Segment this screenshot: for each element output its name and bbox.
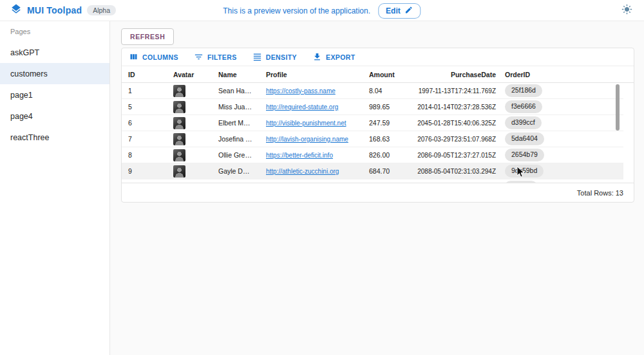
cell-order-id: f3e6666 (502, 100, 623, 113)
view-columns-icon (129, 52, 138, 62)
cell-profile: http://required-statute.org (260, 104, 363, 111)
profile-link[interactable]: http://athletic-zucchini.org (266, 168, 339, 175)
cell-order-id: 9dc59bd (502, 165, 623, 178)
preview-banner: This is a preview version of the applica… (223, 0, 421, 21)
cell-avatar (167, 117, 212, 129)
cell-avatar (167, 165, 212, 178)
cell-order-id: 25f186d (502, 84, 623, 97)
table-row[interactable]: 8Ollie Green...https://better-deficit.in… (122, 147, 623, 163)
partial-next-row (122, 179, 634, 183)
partial-chip (504, 181, 538, 183)
order-id-chip[interactable]: 9dc59bd (505, 165, 544, 178)
cell-order-id: d399ccf (502, 116, 623, 129)
cell-purchase-date: 2086-09-05T12:37:27.015Z (411, 152, 502, 159)
column-header-avatar[interactable]: Avatar (167, 71, 212, 78)
toolbar-export-button[interactable]: EXPORT (310, 51, 358, 63)
avatar-photo-icon (173, 133, 185, 145)
column-header-profile[interactable]: Profile (260, 71, 363, 78)
cell-amount: 8.04 (363, 87, 411, 95)
sidebar-item-page4[interactable]: page4 (0, 105, 109, 127)
column-header-id[interactable]: ID (122, 71, 167, 78)
sidebar-header: Pages (0, 21, 109, 35)
cell-purchase-date: 2076-03-29T23:51:07.968Z (411, 136, 502, 143)
toolbar-filters-button[interactable]: FILTERS (191, 51, 240, 63)
layers-icon (10, 3, 22, 17)
cell-profile: https://costly-pass.name (260, 87, 363, 95)
cell-amount: 247.59 (363, 119, 411, 127)
cell-id: 9 (122, 167, 167, 175)
toolbar-button-label: COLUMNS (142, 53, 178, 61)
cell-id: 7 (122, 135, 167, 143)
sidebar-item-askGPT[interactable]: askGPT (0, 42, 109, 63)
toolbar-density-button[interactable]: DENSITY (250, 51, 299, 63)
filter-list-icon (194, 52, 204, 62)
alpha-badge: Alpha (87, 5, 116, 16)
cell-name: Josefina P... (212, 135, 260, 143)
profile-link[interactable]: http://lavish-organising.name (266, 136, 348, 143)
avatar-photo-icon (173, 149, 185, 161)
brand: MUI Toolpad Alpha (10, 3, 116, 17)
column-header-name[interactable]: Name (212, 71, 260, 78)
cell-name: Gayle Den... (212, 167, 260, 175)
profile-link[interactable]: https://better-deficit.info (266, 152, 333, 159)
cell-id: 5 (122, 103, 167, 111)
grid-rows: 1Sean Harrishttps://costly-pass.name8.04… (122, 83, 634, 179)
cell-amount: 684.70 (363, 167, 411, 175)
cell-name: Miss Juan ... (212, 103, 260, 111)
cell-purchase-date: 1997-11-13T17:24:11.769Z (411, 87, 502, 95)
vertical-scrollbar[interactable] (616, 84, 620, 131)
cell-order-id: 2654b79 (502, 149, 623, 161)
toolbar-button-label: FILTERS (207, 53, 237, 61)
topbar: MUI Toolpad Alpha This is a preview vers… (0, 0, 644, 21)
sidebar-item-reactThree[interactable]: reactThree (0, 127, 109, 148)
column-header-amount[interactable]: Amount (363, 71, 411, 78)
cell-profile: https://better-deficit.info (260, 152, 363, 159)
profile-link[interactable]: https://costly-pass.name (266, 87, 336, 95)
profile-link[interactable]: http://required-statute.org (266, 104, 338, 111)
theme-toggle-button[interactable] (620, 3, 634, 18)
cell-order-id: 5da6404 (502, 132, 623, 145)
avatar-photo-icon (173, 101, 185, 113)
page-content: REFRESH COLUMNSFILTERSDENSITYEXPORT IDAv… (110, 21, 644, 355)
table-row[interactable]: 7Josefina P...http://lavish-organising.n… (122, 131, 623, 147)
sidebar-item-customers[interactable]: customers (0, 63, 109, 84)
grid-toolbar: COLUMNSFILTERSDENSITYEXPORT (122, 48, 634, 66)
data-grid: COLUMNSFILTERSDENSITYEXPORT IDAvatarName… (121, 48, 634, 203)
table-row[interactable]: 9Gayle Den...http://athletic-zucchini.or… (122, 163, 623, 179)
cell-avatar (167, 133, 212, 145)
sidebar-item-page1[interactable]: page1 (0, 84, 109, 105)
column-header-orderid[interactable]: OrderID (502, 71, 634, 78)
table-row[interactable]: 5Miss Juan ...http://required-statute.or… (122, 99, 623, 115)
download-icon (312, 52, 322, 62)
avatar-photo-icon (173, 117, 185, 129)
edit-button[interactable]: Edit (378, 3, 421, 19)
cell-purchase-date: 2045-01-28T15:40:06.325Z (411, 120, 502, 127)
order-id-chip[interactable]: f3e6666 (505, 100, 542, 113)
cell-id: 6 (122, 119, 167, 127)
cell-name: Ollie Green... (212, 151, 260, 159)
toolbar-columns-button[interactable]: COLUMNS (126, 51, 181, 63)
cell-profile: http://visible-punishment.net (260, 120, 363, 127)
cell-avatar (167, 101, 212, 113)
cell-id: 8 (122, 151, 167, 159)
refresh-button[interactable]: REFRESH (121, 28, 174, 45)
density-lines-icon (252, 52, 262, 62)
cell-purchase-date: 2088-05-04T02:31:03.294Z (411, 168, 502, 175)
cell-profile: http://athletic-zucchini.org (260, 168, 363, 175)
profile-link[interactable]: http://visible-punishment.net (266, 120, 346, 127)
sidebar: Pages askGPTcustomerspage1page4reactThre… (0, 21, 110, 355)
grid-column-headers: IDAvatarNameProfileAmountPurchaseDateOrd… (122, 66, 634, 83)
cell-avatar (167, 85, 212, 97)
table-row[interactable]: 1Sean Harrishttps://costly-pass.name8.04… (122, 83, 623, 99)
cell-avatar (167, 149, 212, 161)
order-id-chip[interactable]: 5da6404 (505, 132, 544, 145)
cell-id: 1 (122, 87, 167, 95)
preview-banner-text: This is a preview version of the applica… (223, 6, 370, 15)
edit-button-label: Edit (386, 6, 401, 15)
table-row[interactable]: 6Elbert McL...http://visible-punishment.… (122, 115, 623, 131)
order-id-chip[interactable]: d399ccf (505, 116, 542, 129)
order-id-chip[interactable]: 25f186d (505, 84, 542, 97)
toolbar-button-label: EXPORT (326, 53, 355, 61)
order-id-chip[interactable]: 2654b79 (505, 149, 544, 161)
column-header-purchasedate[interactable]: PurchaseDate (411, 71, 502, 78)
